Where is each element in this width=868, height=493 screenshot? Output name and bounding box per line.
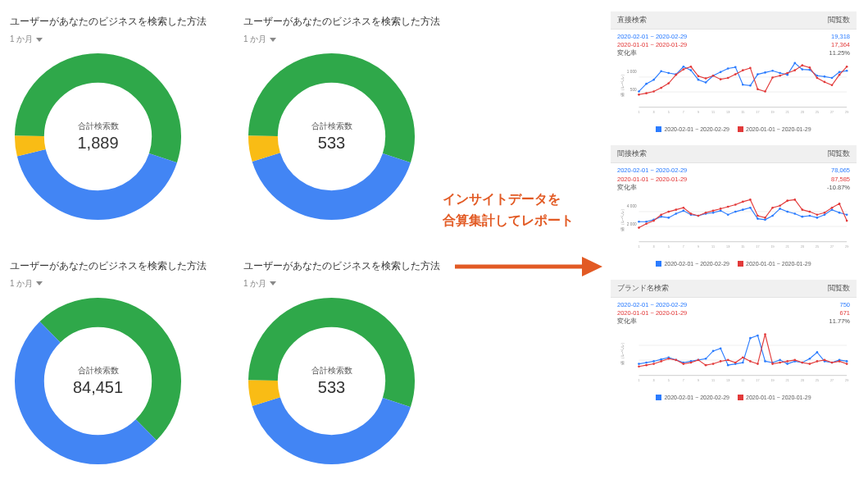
svg-point-203 [742,362,744,364]
legend-swatch-red [738,395,743,400]
svg-text:29: 29 [845,112,848,115]
svg-text:3: 3 [653,245,655,249]
mini-legend: 2020-02-01 ~ 2020-02-29 2020-01-01 ~ 202… [617,261,850,267]
svg-point-225 [690,362,693,364]
svg-point-212 [809,358,811,360]
legend-swatch-blue [656,261,661,267]
period-label: 1 か月 [10,278,33,290]
report-panels: 直接検索 閲覧数 2020-02-01 ~ 2020-02-2919,318 2… [611,11,857,402]
svg-text:5: 5 [668,245,670,249]
svg-text:29: 29 [845,245,848,249]
svg-point-39 [698,79,700,81]
svg-point-68 [698,75,700,78]
card-title: ユーザーがあなたのビジネスを検索した方法 [243,259,477,273]
svg-point-122 [727,213,729,216]
panel-title: 間接検索 [617,148,647,159]
svg-point-70 [712,75,715,77]
svg-point-59 [846,70,848,72]
legend-swatch-blue [656,126,661,132]
chevron-down-icon [270,281,276,285]
donut-chart: 合計検索数 533 [243,48,420,225]
svg-point-46 [749,84,752,87]
panel-title: ブランド名検索 [617,283,669,294]
legend-swatch-red [738,126,743,132]
period-dropdown[interactable]: 1 か月 [10,34,43,45]
svg-point-190 [645,362,648,364]
svg-point-128 [771,214,774,217]
legend2: 2020-01-01 ~ 2020-01-29 [746,395,811,400]
svg-point-140 [645,222,648,225]
svg-text:9: 9 [698,379,699,382]
center-label: 合計検索数 [78,365,119,377]
svg-point-146 [690,212,693,215]
svg-point-123 [734,211,737,213]
card-title: ユーザーがあなたのビジネスを検索した方法 [10,259,243,273]
panel-header: ブランド名検索 閲覧数 [611,280,857,298]
line-chart: 1357911131517192123252729値（レベル） [617,327,850,393]
period-dropdown[interactable]: 1 か月 [10,278,43,290]
svg-point-142 [660,213,662,216]
svg-text:11: 11 [711,379,715,382]
svg-text:11: 11 [711,112,715,115]
chevron-down-icon [36,38,43,42]
svg-point-229 [720,360,722,363]
svg-point-147 [698,214,700,217]
center-value: 533 [318,134,345,153]
svg-point-49 [771,70,774,72]
svg-point-88 [846,66,848,68]
svg-text:11: 11 [711,245,715,249]
svg-point-158 [779,204,781,207]
panel-title: 直接検索 [617,15,647,25]
svg-point-77 [764,91,766,94]
svg-point-244 [831,362,834,364]
line-chart-svg: 1357911131517192123252729値（レベル）4 0002 00… [617,194,850,256]
svg-point-61 [645,93,648,95]
donut-chart: 合計検索数 84,451 [10,293,186,469]
svg-point-155 [757,214,759,217]
svg-text:15: 15 [741,379,744,382]
period-label: 1 か月 [243,278,266,290]
series2-value: 671 [839,309,850,317]
legend1: 2020-02-01 ~ 2020-02-29 [664,261,729,267]
series2-value: 17,364 [831,41,850,49]
svg-point-164 [824,212,826,214]
panel-header: 間接検索 閲覧数 [611,145,857,163]
svg-text:17: 17 [756,112,759,115]
period-dropdown[interactable]: 1 か月 [243,34,276,45]
svg-point-63 [660,87,662,89]
rate-label: 変化率 [617,184,637,192]
svg-point-42 [720,71,722,74]
svg-text:5: 5 [668,112,670,115]
svg-point-81 [793,70,796,72]
series1-value: 19,318 [831,33,850,41]
svg-point-137 [838,212,841,214]
svg-text:値（レベル）: 値（レベル） [620,207,625,231]
panel-header: 直接検索 閲覧数 [611,11,857,30]
center-value: 1,889 [77,134,118,153]
center-value: 84,451 [73,378,123,397]
svg-point-72 [727,77,729,80]
svg-marker-12 [582,257,602,276]
svg-point-217 [846,360,848,363]
svg-point-237 [779,362,781,364]
svg-text:値（レベル）: 値（レベル） [620,73,625,98]
svg-point-167 [846,219,848,221]
svg-point-231 [734,362,737,364]
svg-point-43 [727,68,729,71]
svg-point-135 [824,213,826,216]
card-title: ユーザーがあなたのビジネスを検索した方法 [243,15,477,29]
donut-chart: 合計検索数 533 [243,293,420,469]
period-dropdown[interactable]: 1 か月 [243,278,276,290]
svg-point-165 [831,207,834,209]
svg-point-45 [742,84,744,86]
svg-point-50 [779,72,781,75]
panel-metric: 閲覧数 [828,148,850,159]
rate-value: -10.87% [827,184,850,192]
svg-point-226 [698,359,700,362]
svg-point-241 [809,363,811,365]
svg-point-126 [757,217,759,220]
svg-point-232 [742,357,744,359]
donut-card-0: ユーザーがあなたのビジネスを検索した方法 1 か月 合計検索数 1,889 [10,15,243,235]
svg-point-220 [652,363,655,365]
svg-point-221 [660,360,662,363]
